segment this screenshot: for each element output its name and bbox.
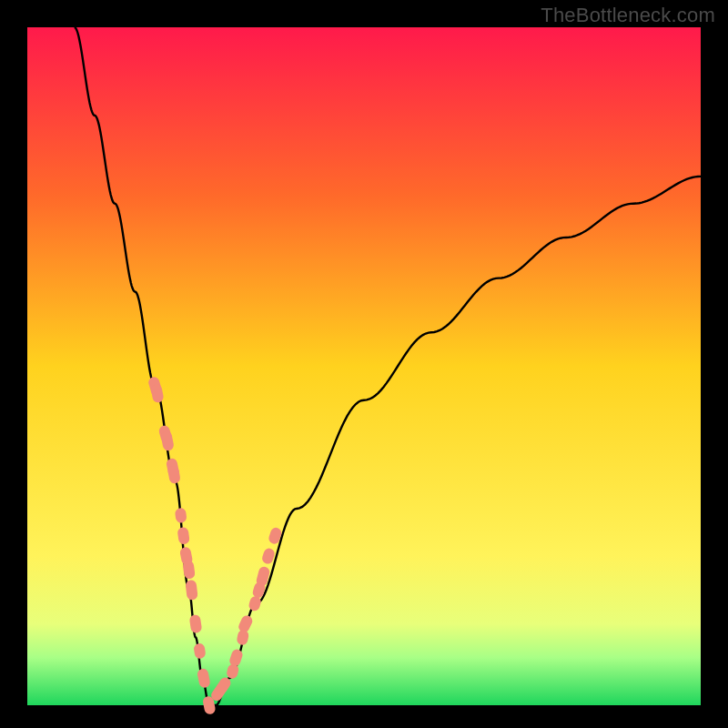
plot-background [27,27,701,705]
watermark-text: TheBottleneck.com [541,4,715,27]
chart-frame: TheBottleneck.com [0,0,728,728]
bottleneck-chart [0,0,728,728]
